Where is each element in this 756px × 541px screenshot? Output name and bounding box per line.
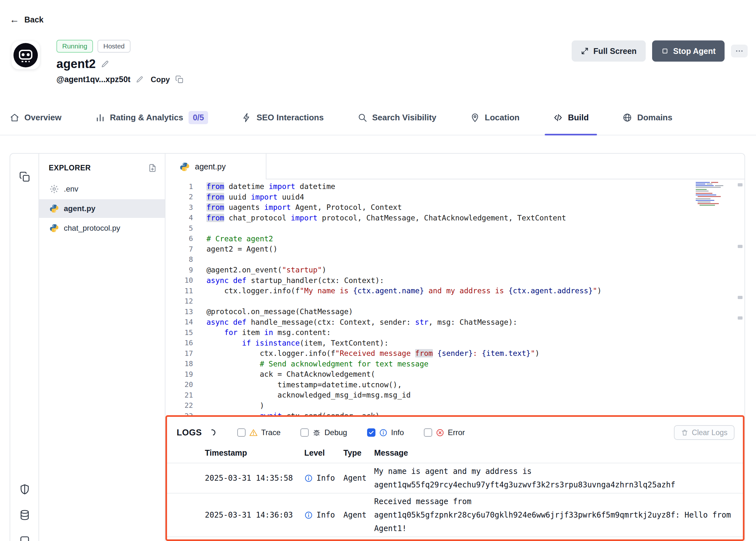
tab-seo-interactions[interactable]: SEO Interactions xyxy=(242,100,324,135)
line-number: 16 xyxy=(165,339,193,347)
line-number: 23 xyxy=(165,412,193,415)
line-number: 2 xyxy=(165,193,193,201)
code-line: 14async def handle_message(ctx: Context,… xyxy=(165,317,735,327)
more-options-button[interactable] xyxy=(731,45,748,57)
edit-title-icon[interactable] xyxy=(101,60,109,68)
hosted-badge: Hosted xyxy=(98,40,130,53)
logs-title: LOGS xyxy=(177,428,202,438)
code-line: 3from uagents import Agent, Protocol, Co… xyxy=(165,202,735,213)
log-row: 2025-03-31 14:35:58InfoAgentMy name is a… xyxy=(167,463,743,493)
code-icon xyxy=(553,113,563,123)
loading-spinner-icon xyxy=(208,428,216,437)
edit-address-icon[interactable] xyxy=(135,75,143,83)
chart-icon xyxy=(95,113,105,123)
checkbox-trace[interactable] xyxy=(237,428,246,437)
code-line: 6# Create agent2 xyxy=(165,234,735,244)
code-line: 12 xyxy=(165,296,735,307)
log-level: Info xyxy=(304,474,343,483)
editor-tab-agent-py[interactable]: agent.py xyxy=(165,154,266,179)
python-icon xyxy=(49,204,59,214)
column-level: Level xyxy=(304,448,343,458)
line-number: 19 xyxy=(165,370,193,378)
back-label: Back xyxy=(24,15,44,24)
file-item-agent-py[interactable]: agent.py xyxy=(39,199,165,218)
tab-domains[interactable]: Domains xyxy=(622,100,672,135)
shield-icon[interactable] xyxy=(19,484,30,495)
filter-info[interactable]: Info xyxy=(367,428,404,437)
code-line: 4from chat_protocol import protocol, Cha… xyxy=(165,213,735,223)
file-item-env[interactable]: .env xyxy=(39,180,165,198)
fullscreen-button[interactable]: Full Screen xyxy=(572,40,646,62)
pin-icon xyxy=(470,113,480,123)
line-number: 22 xyxy=(165,401,193,409)
agent-address: @agent1qv...xpz50t xyxy=(57,75,130,84)
copy-icon[interactable] xyxy=(175,75,184,84)
log-table-header: TimestampLevelTypeMessage xyxy=(167,444,743,463)
code-line: 21 acknowledged_msg_id=msg.msg_id xyxy=(165,390,735,400)
log-message: Received acknowledgement from xyxy=(374,538,743,541)
robot-icon xyxy=(13,43,38,67)
file-item-chat-protocol-py[interactable]: chat_protocol.py xyxy=(39,219,165,238)
line-number: 5 xyxy=(165,224,193,232)
code-line: 19 ack = ChatAcknowledgement( xyxy=(165,369,735,379)
side-icon-strip xyxy=(10,154,39,541)
code-line: 10async def startup_handler(ctx: Context… xyxy=(165,275,735,286)
scrollbar[interactable] xyxy=(735,179,744,415)
line-number: 17 xyxy=(165,349,193,357)
database-icon[interactable] xyxy=(19,509,30,521)
line-number: 11 xyxy=(165,287,193,295)
checkbox-debug[interactable] xyxy=(300,428,309,437)
log-level: Info xyxy=(304,510,343,519)
filter-trace[interactable]: Trace xyxy=(237,428,281,437)
back-button[interactable]: ← Back xyxy=(10,15,44,24)
warn-icon xyxy=(249,428,258,437)
checkbox-info[interactable] xyxy=(367,428,376,437)
explorer-title: EXPLORER xyxy=(49,164,91,172)
log-timestamp: 2025-03-31 14:35:58 xyxy=(205,471,304,485)
filter-error[interactable]: Error xyxy=(424,428,465,437)
log-message: My name is agent and my address is agent… xyxy=(374,465,743,492)
tab-build[interactable]: Build xyxy=(553,100,589,135)
log-row: Received acknowledgement from xyxy=(167,537,743,541)
column-timestamp: Timestamp xyxy=(205,448,304,458)
files-icon[interactable] xyxy=(19,171,30,183)
bolt-icon xyxy=(242,113,252,123)
tab-location[interactable]: Location xyxy=(470,100,519,135)
checkbox-error[interactable] xyxy=(424,428,432,437)
bug-icon xyxy=(312,428,321,437)
tab-search-visibility[interactable]: Search Visibility xyxy=(358,100,436,135)
minimap[interactable] xyxy=(695,181,731,207)
column-type: Type xyxy=(343,448,374,458)
line-number: 20 xyxy=(165,380,193,388)
code-editor[interactable]: 1from datetime import datetime2from uuid… xyxy=(165,179,744,415)
terminal-icon[interactable] xyxy=(19,535,30,541)
new-file-icon[interactable] xyxy=(148,163,157,173)
line-number: 3 xyxy=(165,204,193,212)
info-icon xyxy=(379,428,387,437)
line-number: 21 xyxy=(165,391,193,399)
python-icon xyxy=(179,162,189,171)
line-number: 14 xyxy=(165,318,193,326)
trash-icon xyxy=(681,429,688,436)
log-type: Agent xyxy=(343,474,374,483)
log-filters: TraceDebugInfoError xyxy=(237,428,465,437)
clear-logs-button[interactable]: Clear Logs xyxy=(674,425,734,440)
code-line: 17 ctx.logger.info(f"Received message fr… xyxy=(165,348,735,359)
stop-agent-button[interactable]: Stop Agent xyxy=(652,40,725,62)
tab-bar: OverviewRating & Analytics0/5SEO Interac… xyxy=(0,100,756,135)
line-number: 4 xyxy=(165,214,193,222)
copy-label[interactable]: Copy xyxy=(151,75,170,84)
line-number: 9 xyxy=(165,266,193,274)
line-number: 10 xyxy=(165,276,193,284)
code-line: 13@protocol.on_message(ChatMessage) xyxy=(165,306,735,317)
code-line: 1from datetime import datetime xyxy=(165,181,735,192)
code-line: 9@agent2.on_event("startup") xyxy=(165,265,735,275)
filter-debug[interactable]: Debug xyxy=(300,428,347,437)
code-line: 5 xyxy=(165,223,735,234)
tab-rating-analytics[interactable]: Rating & Analytics0/5 xyxy=(95,100,208,135)
gear-icon xyxy=(49,184,59,194)
tab-overview[interactable]: Overview xyxy=(10,100,62,135)
line-number: 1 xyxy=(165,183,193,191)
code-line: 22 ) xyxy=(165,400,735,411)
line-number: 6 xyxy=(165,235,193,243)
